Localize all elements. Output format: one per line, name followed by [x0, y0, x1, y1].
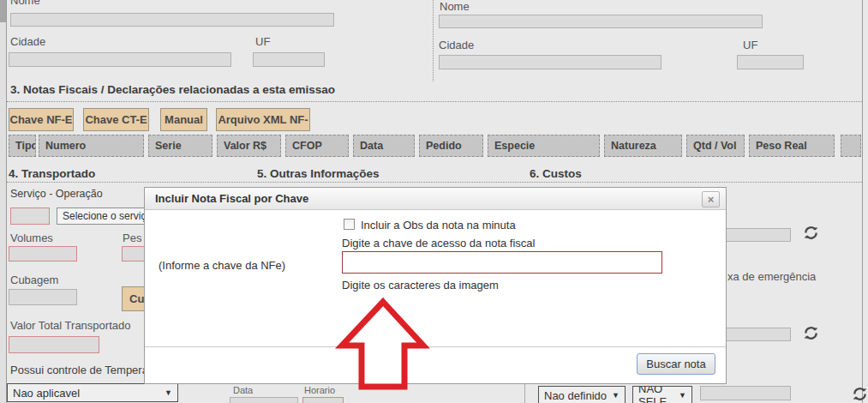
left-scrollbar[interactable] — [0, 0, 6, 403]
right-panel-border — [862, 0, 863, 403]
cidade-label-left: Cidade — [10, 35, 45, 48]
refresh-icon[interactable] — [804, 226, 818, 240]
buscar-nota-button[interactable]: Buscar nota — [637, 353, 715, 375]
col-peso-real[interactable]: Peso Real — [749, 135, 835, 157]
informe-chave-label: (Informe a chave da NFe) — [159, 259, 285, 272]
column-divider — [433, 0, 434, 81]
bottom-right-input[interactable] — [700, 386, 791, 400]
section4-title: 4. Transportado — [9, 167, 95, 180]
captcha-label: Digite os caracteres da imagem — [342, 279, 499, 292]
uf-input-left[interactable] — [253, 52, 325, 67]
cubagem-label: Cubagem — [10, 274, 58, 286]
page: Nome Cidade UF Nome Cidade UF 3. Notas F… — [0, 0, 868, 403]
volumes-label: Volumes — [10, 232, 53, 244]
divider — [7, 101, 862, 102]
modal-title: Incluir Nota Fiscal por Chave — [145, 188, 726, 210]
horario-label: Horario — [304, 385, 335, 395]
definido-select-value: Nao definido — [544, 389, 607, 402]
chave-acesso-label: Digite a chave de acesso da nota fiscal — [342, 237, 535, 250]
nome-label-right: Nome — [440, 0, 470, 13]
valor-total-input[interactable] — [9, 336, 99, 353]
col-qtd-vol[interactable]: Qtd / Vol — [686, 135, 745, 157]
refresh-icon[interactable] — [804, 326, 818, 340]
horario-input[interactable] — [302, 397, 344, 403]
red-up-arrow-icon — [334, 296, 433, 392]
uf-label-right: UF — [743, 39, 757, 51]
chave-acesso-input[interactable] — [342, 251, 662, 274]
obs-checkbox-label: Incluir a Obs da nota na minuta — [361, 219, 516, 232]
modal-footer-divider — [145, 346, 726, 347]
temperatura-select[interactable]: Nao aplicavel ▼ — [7, 383, 178, 402]
section3-title: 3. Notas Fiscais / Declarações relaciona… — [10, 83, 335, 96]
chevron-down-icon: ▼ — [679, 391, 686, 400]
col-numero[interactable]: Numero — [39, 135, 144, 157]
data-input[interactable] — [230, 397, 298, 403]
refresh-icon[interactable] — [853, 387, 867, 401]
emergencia-label: xa de emergência — [727, 270, 816, 283]
col-especie[interactable]: Especie — [488, 135, 600, 157]
arquivo-xml-button[interactable]: Arquivo XML NF-e — [216, 108, 310, 131]
sele-select-value: NAO SELE — [638, 386, 679, 403]
col-serie[interactable]: Serie — [148, 135, 213, 157]
volumes-input[interactable] — [9, 246, 77, 262]
cidade-input-right[interactable] — [439, 55, 661, 69]
col-pedido[interactable]: Pedido — [419, 135, 483, 157]
valor-total-label: Valor Total Transportado — [10, 319, 130, 332]
chevron-down-icon: ▼ — [612, 391, 620, 400]
peso-label: Pes — [123, 232, 141, 244]
temperatura-select-value: Nao aplicavel — [13, 387, 80, 400]
nome-label-left: Nome — [10, 0, 40, 7]
uf-label-left: UF — [255, 35, 270, 48]
sele-select[interactable]: NAO SELE ▼ — [632, 386, 692, 403]
manual-button[interactable]: Manual — [160, 108, 207, 131]
panel-divider — [524, 383, 525, 403]
cidade-input-left[interactable] — [9, 52, 231, 67]
col-data[interactable]: Data — [353, 135, 415, 157]
definido-select[interactable]: Nao definido ▼ — [538, 386, 626, 403]
left-panel-border — [6, 0, 7, 403]
chevron-down-icon: ▼ — [165, 388, 172, 397]
uf-input-right[interactable] — [737, 55, 804, 69]
cubagem-input[interactable] — [9, 289, 77, 305]
divider — [7, 182, 862, 183]
temperatura-label: Possui controle de Temperatu — [10, 364, 158, 376]
servico-operacao-label: Serviço - Operação — [10, 188, 103, 200]
incluir-nota-modal: Incluir Nota Fiscal por Chave × Incluir … — [144, 187, 727, 384]
col-natureza[interactable]: Natureza — [604, 135, 682, 157]
notas-table-header: Tipo Numero Serie Valor R$ CFOP Data Ped… — [0, 135, 868, 157]
nome-input-left[interactable] — [10, 13, 334, 27]
cidade-label-right: Cidade — [439, 39, 474, 51]
servico-code-input[interactable] — [10, 208, 50, 225]
col-tipo[interactable]: Tipo — [9, 135, 36, 157]
nome-input-right[interactable] — [439, 15, 763, 28]
obs-checkbox[interactable] — [344, 219, 355, 230]
col-cfop[interactable]: CFOP — [285, 135, 349, 157]
data-label: Data — [233, 385, 253, 395]
section5-title: 5. Outras Informações — [257, 167, 380, 180]
col-extra[interactable] — [841, 135, 861, 157]
chave-cte-button[interactable]: Chave CT-E — [83, 108, 149, 131]
col-valor[interactable]: Valor R$ — [217, 135, 281, 157]
left-scrollbar-thumb[interactable] — [0, 0, 6, 22]
servico-select-value: Selecione o serviço — [63, 210, 152, 222]
close-icon[interactable]: × — [702, 191, 720, 208]
chave-nfe-button[interactable]: Chave NF-E — [9, 108, 74, 131]
section6-title: 6. Custos — [530, 167, 582, 180]
